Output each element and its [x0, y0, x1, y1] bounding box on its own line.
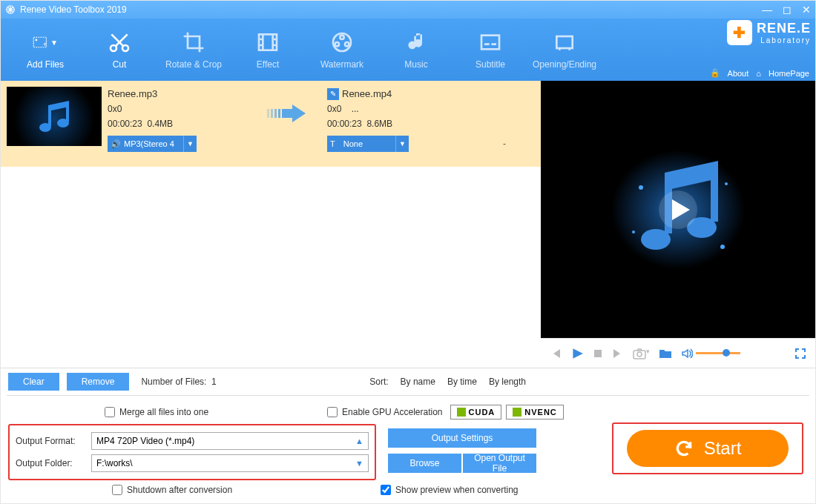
app-logo-icon	[5, 4, 16, 15]
sort-by-time[interactable]: By time	[447, 377, 477, 387]
open-output-button[interactable]: Open Output File	[463, 454, 536, 473]
subtitle-button[interactable]: Subtitle	[453, 21, 527, 79]
extra-col: -	[474, 87, 535, 149]
output-format-label: Output Format:	[16, 436, 85, 446]
svg-point-8	[340, 36, 343, 39]
about-link[interactable]: About	[728, 69, 749, 78]
music-button[interactable]: Music	[379, 21, 453, 79]
main-toolbar: +▼ Add Files Cut Rotate & Crop Effect Wa…	[1, 19, 815, 81]
gpu-checkbox[interactable]: Enable GPU Acceleration	[327, 407, 442, 417]
svg-point-30	[725, 182, 728, 185]
snapshot-button[interactable]: ▾	[633, 348, 650, 359]
reel-icon	[329, 30, 355, 55]
scissors-icon	[107, 30, 132, 55]
add-files-button[interactable]: +▼ Add Files	[8, 21, 82, 79]
output-folder-dropdown[interactable]: F:\works\▼	[91, 454, 369, 472]
svg-point-9	[335, 42, 339, 46]
subtitle-dropdown[interactable]: T None ▼	[327, 136, 409, 152]
preview-controls: ▾	[541, 338, 815, 368]
title-bar: Renee Video Toolbox 2019 — ◻ ✕	[1, 1, 815, 19]
homepage-link[interactable]: HomePage	[769, 69, 809, 78]
svg-rect-12	[556, 36, 572, 48]
close-button[interactable]: ✕	[802, 4, 811, 16]
svg-point-10	[345, 42, 349, 46]
output-settings-button[interactable]: Output Settings	[388, 428, 536, 448]
svg-rect-18	[271, 109, 273, 118]
prev-button[interactable]	[550, 348, 562, 359]
chevron-up-icon: ▲	[355, 437, 363, 445]
speaker-icon: 🔊	[111, 136, 121, 151]
svg-rect-19	[274, 109, 277, 118]
home-icon: ⌂	[756, 69, 761, 78]
start-highlight-box: Start	[612, 422, 803, 474]
rotate-crop-button[interactable]: Rotate & Crop	[157, 21, 231, 79]
shutdown-checkbox[interactable]: Shutdown after conversion	[112, 485, 232, 495]
svg-rect-6	[259, 34, 277, 50]
list-operations: Clear Remove Number of Files: 1 Sort: By…	[1, 368, 815, 395]
file-thumbnail	[7, 87, 102, 146]
watermark-button[interactable]: Watermark	[305, 21, 379, 79]
clear-button[interactable]: Clear	[8, 373, 59, 391]
crop-icon	[181, 30, 206, 55]
svg-point-28	[720, 245, 725, 249]
source-duration: 00:00:23	[108, 119, 142, 129]
sort-by-length[interactable]: By length	[489, 377, 526, 387]
preview-checkbox[interactable]: Show preview when converting	[381, 485, 518, 495]
output-format-dropdown[interactable]: MP4 720P Video (*.mp4)▲	[91, 432, 369, 450]
next-button[interactable]	[612, 348, 624, 359]
volume-icon[interactable]	[681, 348, 693, 359]
audio-track-dropdown[interactable]: 🔊MP3(Stereo 4 ▼	[108, 136, 197, 152]
source-dimensions: 0x0	[108, 102, 249, 116]
start-button[interactable]: Start	[627, 430, 789, 467]
film-icon	[255, 30, 280, 55]
maximize-button[interactable]: ◻	[783, 4, 792, 16]
edit-icon[interactable]: ✎	[327, 88, 339, 100]
app-title: Renee Video Toolbox 2019	[20, 4, 127, 15]
effect-button[interactable]: Effect	[231, 21, 305, 79]
svg-point-27	[639, 185, 643, 190]
stop-button[interactable]	[593, 348, 603, 359]
source-filename: Renee.mp3	[108, 87, 249, 102]
source-size: 0.4MB	[147, 119, 173, 129]
svg-point-34	[637, 352, 642, 357]
refresh-icon	[674, 439, 694, 458]
brand-logo: ✚ RENE.ELaboratory	[727, 20, 811, 45]
opening-ending-button[interactable]: Opening/Ending	[527, 21, 602, 79]
output-folder-label: Output Folder:	[16, 458, 85, 468]
merge-checkbox[interactable]: Merge all files into one	[105, 407, 208, 417]
browse-button[interactable]: Browse	[388, 454, 461, 473]
source-file-info: Renee.mp3 0x0 00:00:23 0.4MB 🔊MP3(Stereo…	[108, 87, 249, 152]
subtitle-icon	[478, 30, 503, 55]
svg-rect-21	[282, 109, 292, 118]
play-button[interactable]	[570, 347, 584, 360]
cuda-badge: CUDA	[450, 405, 502, 420]
svg-rect-17	[267, 109, 269, 118]
svg-rect-20	[278, 109, 280, 118]
nvenc-badge: NVENC	[506, 405, 564, 420]
lock-icon: 🔒	[710, 68, 720, 78]
open-folder-button[interactable]	[659, 348, 672, 359]
cut-button[interactable]: Cut	[82, 21, 157, 79]
remove-button[interactable]: Remove	[67, 373, 130, 391]
chevron-down-icon: ▼	[395, 136, 409, 152]
file-count: 1	[211, 377, 217, 387]
note-icon	[404, 30, 429, 55]
volume-slider[interactable]	[696, 352, 740, 354]
output-highlight-box: Output Format: MP4 720P Video (*.mp4)▲ O…	[8, 424, 376, 480]
target-size: 8.6MB	[366, 119, 392, 129]
sort-by-name[interactable]: By name	[401, 377, 435, 387]
brand-cross-icon: ✚	[727, 20, 752, 45]
minimize-button[interactable]: —	[762, 4, 772, 16]
svg-rect-11	[481, 36, 499, 50]
svg-text:+: +	[43, 40, 47, 48]
video-preview[interactable]	[541, 81, 815, 338]
fullscreen-button[interactable]	[794, 348, 806, 359]
file-row[interactable]: Renee.mp3 0x0 00:00:23 0.4MB 🔊MP3(Stereo…	[1, 81, 541, 167]
svg-rect-2	[36, 39, 37, 41]
file-list: Renee.mp3 0x0 00:00:23 0.4MB 🔊MP3(Stereo…	[1, 81, 541, 368]
target-filename: Renee.mp4	[342, 87, 392, 102]
chevron-down-icon: ▼	[355, 459, 363, 468]
target-dimensions: 0x0	[327, 104, 341, 114]
chevron-down-icon: ▼	[183, 136, 197, 152]
svg-point-29	[632, 231, 635, 233]
